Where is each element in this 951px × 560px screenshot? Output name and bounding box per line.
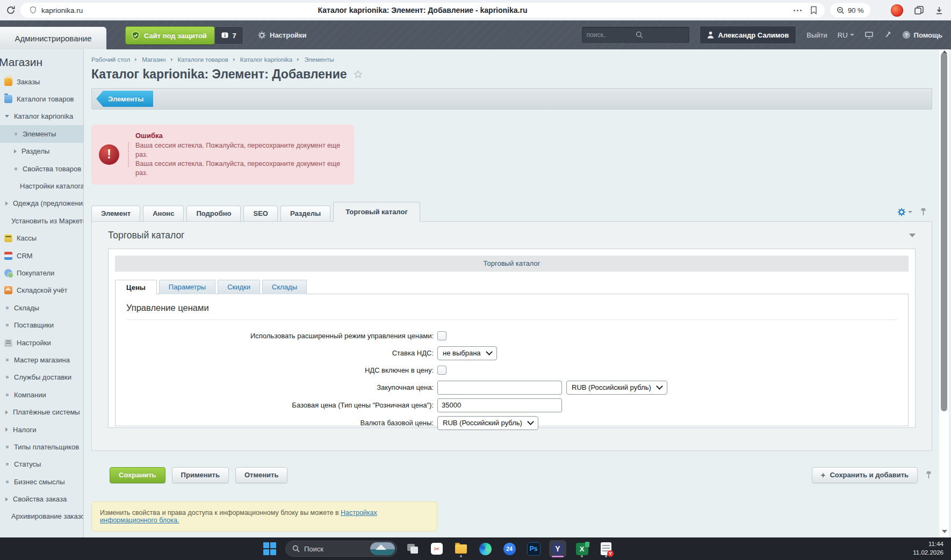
form-settings-gear-icon[interactable] — [897, 208, 912, 216]
sidebar-item-order-archiving[interactable]: Архивирование заказов — [0, 508, 83, 525]
task-view-icon[interactable] — [404, 540, 421, 557]
sidebar-item-catalogs[interactable]: Каталоги товаров — [0, 90, 83, 107]
cancel-button[interactable]: Отменить — [235, 467, 288, 483]
sidebar-item-cash-registers[interactable]: Кассы — [0, 230, 83, 247]
sidebar-item-product-properties[interactable]: Свойства товаров — [0, 160, 83, 177]
sidebar-item-suppliers[interactable]: Поставщики — [0, 316, 83, 333]
scrollbar-thumb[interactable] — [941, 53, 947, 411]
sidebar-item-settings[interactable]: Настройки — [0, 334, 83, 351]
sidebar-item-crm[interactable]: CRM — [0, 247, 83, 264]
yandex-browser-icon[interactable]: Y — [549, 540, 566, 557]
sidebar-item-payment-systems[interactable]: Платёжные системы — [0, 403, 83, 420]
subtab-warehouses[interactable]: Склады — [262, 280, 307, 294]
sidebar-item-orders[interactable]: Заказы — [0, 73, 83, 90]
pin-actions-icon[interactable] — [925, 471, 932, 479]
taskbar-search[interactable]: Поиск — [285, 541, 397, 557]
file-explorer-icon[interactable] — [452, 540, 470, 557]
admin-section-tab[interactable]: Администрирование — [0, 27, 106, 49]
user-menu-button[interactable]: Александр Салимов — [700, 26, 797, 44]
address-bar[interactable]: Каталог kaprionika: Элемент: Добавление … — [20, 3, 825, 18]
bullet-icon — [15, 168, 17, 170]
tab-element[interactable]: Элемент — [91, 206, 140, 222]
sidebar-item-business-meanings[interactable]: Бизнес смыслы — [0, 473, 83, 490]
zoom-control[interactable]: 90 % — [830, 3, 870, 17]
breadcrumb-item[interactable]: Рабочий стол — [91, 56, 130, 63]
favorite-star-icon[interactable] — [354, 70, 363, 79]
sidebar-item-warehouse-accounting[interactable]: Складской учёт — [0, 282, 83, 299]
pin-form-icon[interactable] — [920, 208, 927, 216]
taskbar-clock[interactable]: 11:44 11.02.2026 — [913, 537, 943, 560]
save-and-add-button[interactable]: +Сохранить и добавить — [812, 467, 918, 483]
site-shield-icon[interactable] — [29, 6, 37, 14]
scroll-down-icon[interactable] — [942, 530, 947, 533]
arrow-right-icon — [5, 410, 8, 414]
elements-back-button[interactable]: Элементы — [96, 91, 153, 107]
pin-panel-icon[interactable] — [884, 31, 892, 39]
sidebar-item-statuses[interactable]: Статусы — [0, 456, 83, 473]
weather-widget[interactable] — [370, 542, 395, 555]
extended-price-mode-checkbox[interactable] — [437, 331, 446, 340]
start-button[interactable] — [263, 542, 276, 555]
tab-seo[interactable]: SEO — [243, 206, 277, 222]
breadcrumb-item[interactable]: Магазин — [142, 56, 165, 63]
sidebar-item-catalog-kaprionika[interactable]: Каталог kaprionika — [0, 108, 83, 125]
breadcrumb-item[interactable]: Элементы — [304, 56, 334, 63]
sidebar-item-order-properties[interactable]: Свойства заказа — [0, 490, 83, 507]
vat-rate-select[interactable]: не выбрана — [437, 346, 497, 360]
photoshop-icon[interactable]: Ps — [525, 540, 542, 557]
logout-link[interactable]: Выйти — [806, 31, 827, 39]
tab-announce[interactable]: Анонс — [143, 206, 184, 222]
vat-included-checkbox[interactable] — [437, 366, 446, 375]
profile-avatar[interactable] — [891, 4, 903, 17]
sidebar-item-delivery-services[interactable]: Службы доставки — [0, 369, 83, 386]
sidebar-item-customers[interactable]: Покупатели — [0, 264, 83, 281]
sidebar-item-catalog-settings[interactable]: Настройки каталога — [0, 177, 83, 194]
reload-icon[interactable] — [5, 5, 16, 16]
breadcrumb-item[interactable]: Каталог kaprionika — [240, 56, 292, 63]
downloads-icon[interactable] — [935, 6, 943, 15]
apply-button[interactable]: Применить — [172, 467, 229, 483]
purchase-price-input[interactable] — [437, 381, 562, 395]
base-price-input[interactable] — [437, 398, 562, 412]
tab-sections[interactable]: Разделы — [280, 206, 330, 222]
subtab-discounts[interactable]: Скидки — [218, 280, 260, 294]
user-icon — [707, 31, 714, 39]
vertical-scrollbar[interactable] — [939, 49, 949, 537]
sidebar-item-companies[interactable]: Компании — [0, 386, 83, 403]
admin-settings-button[interactable]: Настройки — [258, 26, 307, 43]
address-menu-icon[interactable] — [794, 10, 802, 11]
base-currency-select[interactable]: RUB (Российский рубль) — [437, 416, 538, 430]
desktop-view-icon[interactable] — [864, 31, 874, 39]
sidebar-item-elements[interactable]: Элементы — [0, 125, 83, 142]
zoom-out-icon[interactable] — [837, 6, 845, 14]
language-switcher[interactable]: RU — [838, 31, 854, 39]
sidebar-item-install-marketplace[interactable]: Установить из Маркетпл — [0, 212, 83, 229]
breadcrumb-item[interactable]: Каталоги товаров — [178, 56, 228, 63]
subtab-prices[interactable]: Цены — [115, 280, 157, 295]
yandex-docs-icon[interactable]: Y — [597, 540, 615, 557]
sidebar-item-payer-types[interactable]: Типы плательщиков — [0, 438, 83, 455]
site-protected-button[interactable]: Сайт под защитой — [125, 26, 215, 45]
sidebar-item-shop-wizard[interactable]: Мастер магазина — [0, 351, 83, 368]
subtab-parameters[interactable]: Параметры — [159, 280, 215, 294]
sidebar-item-clothes[interactable]: Одежда (предложения) — [0, 195, 83, 212]
admin-search-input[interactable]: поиск.. — [582, 27, 689, 43]
help-button[interactable]: ? Помощь — [902, 31, 942, 39]
search-icon[interactable] — [636, 31, 685, 39]
snipping-tool-icon[interactable]: ✂ — [428, 540, 445, 557]
purchase-currency-select[interactable]: RUB (Российский рубль) — [566, 381, 667, 395]
error-title: Ошибка — [135, 132, 347, 140]
edge-browser-icon[interactable] — [477, 540, 494, 557]
sidebar-item-sections[interactable]: Разделы — [0, 143, 83, 160]
sidebar-item-taxes[interactable]: Налоги — [0, 421, 83, 438]
cloud-24-icon[interactable]: 24 — [501, 540, 518, 557]
collapse-section-icon[interactable] — [909, 234, 916, 237]
notifications-badge[interactable]: 7 — [214, 26, 243, 45]
tab-details[interactable]: Подробно — [186, 206, 241, 222]
sidebar-item-warehouses[interactable]: Склады — [0, 299, 83, 316]
save-button[interactable]: Сохранить — [110, 467, 165, 483]
excel-icon[interactable]: X — [573, 540, 590, 557]
tab-trade-catalog[interactable]: Торговый каталог — [333, 202, 420, 222]
tabs-panel-icon[interactable] — [914, 5, 924, 15]
bookmark-icon[interactable] — [810, 6, 817, 14]
